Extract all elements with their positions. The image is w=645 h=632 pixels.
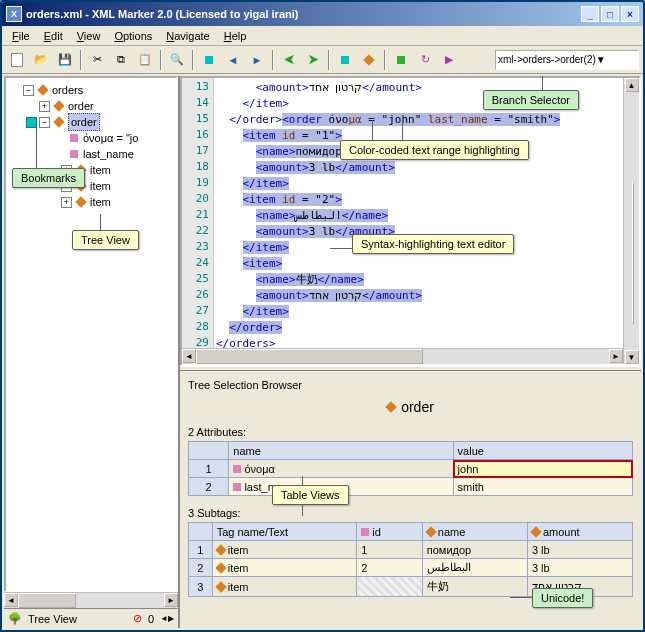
scroll-left-icon[interactable]: ◄: [182, 349, 196, 363]
col-header[interactable]: name: [229, 442, 453, 460]
table-row[interactable]: 2 item 2 البطاطس 3 lb: [189, 559, 633, 577]
cell: όνομα: [229, 460, 453, 478]
scroll-up-icon[interactable]: ▲: [625, 78, 639, 92]
separator: [384, 50, 386, 70]
arrow-right-icon: ►: [252, 54, 263, 66]
refresh-button[interactable]: ↻: [414, 49, 436, 71]
maximize-button[interactable]: □: [601, 6, 619, 22]
browser-element-head: order: [188, 395, 633, 423]
tag-icon: [425, 526, 436, 537]
run-icon: ▶: [445, 53, 453, 66]
collapse-icon: [341, 56, 349, 64]
branch-selector[interactable]: xml->orders->order(2) ▼: [495, 50, 639, 70]
col-header[interactable]: id: [357, 523, 423, 541]
callout-syntax-editor: Syntax-highlighting text editor: [352, 234, 514, 254]
tree-label: orders: [52, 82, 83, 98]
titlebar: X orders.xml - XML Marker 2.0 (Licensed …: [2, 2, 643, 26]
tree-item[interactable]: + item: [8, 194, 174, 210]
fwd-icon: ⮞: [308, 54, 319, 66]
bookmark-toggle-button[interactable]: [198, 49, 220, 71]
tree-tab-label[interactable]: Tree View: [28, 613, 77, 625]
col-header[interactable]: name: [422, 523, 527, 541]
tag-icon: [215, 562, 226, 573]
open-icon: 📂: [34, 53, 48, 66]
element-name: order: [401, 399, 434, 415]
nav-fwd-button[interactable]: ⮞: [302, 49, 324, 71]
chevron-icon[interactable]: ◄▶: [160, 614, 174, 623]
tree-attr[interactable]: όνομα = "jo: [8, 130, 174, 146]
bookmark-prev-button[interactable]: ◄: [222, 49, 244, 71]
corner-cell: [189, 523, 213, 541]
nav-back-button[interactable]: ⮜: [278, 49, 300, 71]
cell: john: [453, 460, 632, 478]
tree-item-selected[interactable]: − order: [8, 114, 174, 130]
callout-tree-view: Tree View: [72, 230, 139, 250]
tree-label: item: [90, 178, 111, 194]
paste-button[interactable]: 📋: [134, 49, 156, 71]
separator: [192, 50, 194, 70]
editor-hscroll[interactable]: ◄ ►: [182, 348, 623, 364]
copy-button[interactable]: ⧉: [110, 49, 132, 71]
expand-button[interactable]: [358, 49, 380, 71]
col-header[interactable]: Tag name/Text: [212, 523, 356, 541]
menu-file[interactable]: File: [6, 28, 36, 44]
attr-icon: [67, 130, 81, 146]
cell: item: [212, 541, 356, 559]
bookmark-next-button[interactable]: ►: [246, 49, 268, 71]
table-row[interactable]: 1 item 1 помидор 3 lb: [189, 541, 633, 559]
error-count: 0: [148, 613, 154, 625]
line-gutter: 1314151617181920212223242526272829: [182, 78, 214, 364]
menu-edit[interactable]: Edit: [38, 28, 69, 44]
bookmark-icon[interactable]: [26, 117, 37, 128]
menu-options[interactable]: Options: [108, 28, 158, 44]
cell: item: [212, 559, 356, 577]
tree-attr[interactable]: last_name: [8, 146, 174, 162]
cell: [357, 577, 423, 597]
collapse-icon[interactable]: −: [39, 117, 50, 128]
callout-bookmarks: Bookmarks: [12, 168, 85, 188]
expand-icon[interactable]: +: [61, 197, 72, 208]
table-row[interactable]: 1 όνομα john: [189, 460, 633, 478]
code-area[interactable]: <amount>קרטון אחד</amount> </item> </ord…: [214, 78, 623, 364]
tree-root[interactable]: − orders: [8, 82, 174, 98]
cell: 3 lb: [527, 541, 632, 559]
find-button[interactable]: 🔍: [166, 49, 188, 71]
col-header[interactable]: value: [453, 442, 632, 460]
run-button[interactable]: ▶: [438, 49, 460, 71]
menu-view[interactable]: View: [71, 28, 107, 44]
editor-vscroll[interactable]: ▲ ▼: [623, 78, 639, 364]
collapse-button[interactable]: [334, 49, 356, 71]
menu-help[interactable]: Help: [218, 28, 253, 44]
separator: [80, 50, 82, 70]
scroll-right-icon[interactable]: ►: [609, 349, 623, 363]
table-row[interactable]: 2 last_name smith: [189, 478, 633, 496]
open-button[interactable]: 📂: [30, 49, 52, 71]
collapse-icon[interactable]: −: [23, 85, 34, 96]
save-button[interactable]: 💾: [54, 49, 76, 71]
cell: 2: [357, 559, 423, 577]
scroll-left-icon[interactable]: ◄: [4, 593, 18, 607]
scroll-right-icon[interactable]: ►: [164, 593, 178, 607]
minimize-button[interactable]: _: [581, 6, 599, 22]
expand-icon[interactable]: +: [39, 101, 50, 112]
tag-icon: [530, 526, 541, 537]
menu-navigate[interactable]: Navigate: [160, 28, 215, 44]
corner-cell: [189, 442, 229, 460]
col-header[interactable]: amount: [527, 523, 632, 541]
scroll-down-icon[interactable]: ▼: [625, 350, 639, 364]
tree-item[interactable]: + order: [8, 98, 174, 114]
window-title: orders.xml - XML Marker 2.0 (Licensed to…: [26, 8, 581, 20]
tree-tab-icon: 🌳: [8, 612, 22, 625]
editor-pane[interactable]: 1314151617181920212223242526272829 <amou…: [180, 76, 641, 366]
tag-icon: [52, 114, 66, 130]
validate-button[interactable]: [390, 49, 412, 71]
new-button[interactable]: [6, 49, 28, 71]
tree-hscroll[interactable]: ◄ ►: [4, 592, 178, 608]
attr-icon: [233, 483, 241, 491]
menubar: File Edit View Options Navigate Help: [2, 26, 643, 46]
cut-button[interactable]: ✂: [86, 49, 108, 71]
close-button[interactable]: ×: [621, 6, 639, 22]
cell: البطاطس: [422, 559, 527, 577]
paste-icon: 📋: [138, 53, 152, 66]
row-header: 2: [189, 478, 229, 496]
